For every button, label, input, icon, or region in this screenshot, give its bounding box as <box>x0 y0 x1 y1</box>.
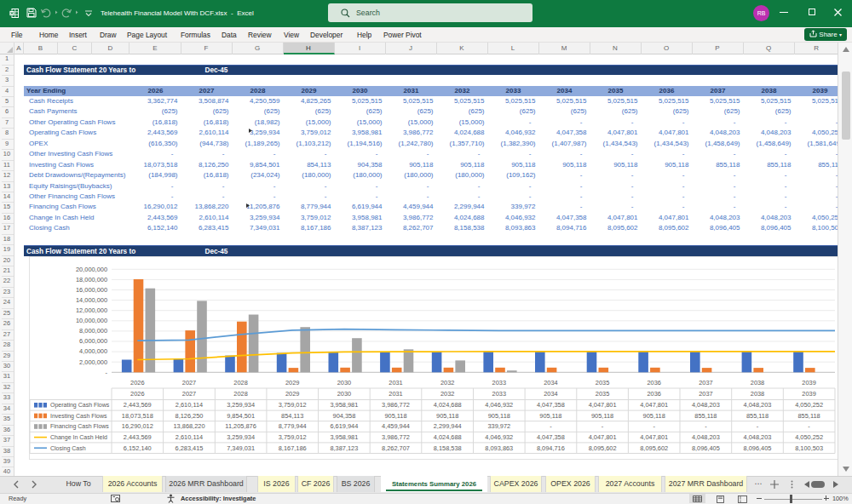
svg-text:2029: 2029 <box>285 379 299 387</box>
svg-text:905,118: 905,118 <box>384 412 406 420</box>
svg-text:18,073,518: 18,073,518 <box>122 412 153 420</box>
svg-text:7,349,031: 7,349,031 <box>227 444 255 452</box>
svg-text:8,093,863: 8,093,863 <box>485 444 513 452</box>
svg-text:Financing Cash Flows: Financing Cash Flows <box>50 423 109 430</box>
svg-text:3,958,981: 3,958,981 <box>330 433 358 441</box>
svg-text:8,096,405: 8,096,405 <box>744 444 772 452</box>
svg-text:2032: 2032 <box>440 379 454 387</box>
svg-text:13,868,220: 13,868,220 <box>174 422 205 430</box>
svg-text:8,262,707: 8,262,707 <box>382 444 410 452</box>
svg-text:8,126,250: 8,126,250 <box>176 412 204 420</box>
svg-text:4,050,252: 4,050,252 <box>795 401 823 409</box>
svg-text:4,024,688: 4,024,688 <box>434 401 462 409</box>
svg-text:Investing Cash Flows: Investing Cash Flows <box>50 413 107 420</box>
svg-text:4,046,932: 4,046,932 <box>485 401 513 409</box>
svg-text:16,000,000: 16,000,000 <box>76 286 107 294</box>
svg-text:2026: 2026 <box>130 379 144 387</box>
svg-text:3,759,012: 3,759,012 <box>279 401 307 409</box>
svg-text:8,095,602: 8,095,602 <box>589 444 617 452</box>
svg-text:905,118: 905,118 <box>488 412 510 420</box>
svg-text:8,100,503: 8,100,503 <box>795 444 823 452</box>
svg-text:8,779,944: 8,779,944 <box>279 422 307 430</box>
svg-text:9,854,501: 9,854,501 <box>227 412 255 420</box>
svg-text:2037: 2037 <box>699 379 712 387</box>
svg-text:8,387,123: 8,387,123 <box>330 444 358 452</box>
svg-text:4,047,801: 4,047,801 <box>589 433 617 441</box>
svg-text:8,000,000: 8,000,000 <box>79 327 107 335</box>
svg-text:2,443,569: 2,443,569 <box>124 401 152 409</box>
svg-text:12,000,000: 12,000,000 <box>76 306 107 314</box>
svg-text:18,000,000: 18,000,000 <box>76 276 107 284</box>
svg-text:4,000,000: 4,000,000 <box>79 347 107 355</box>
svg-text:4,048,203: 4,048,203 <box>692 433 720 441</box>
svg-text:2028: 2028 <box>233 390 247 398</box>
svg-text:2027: 2027 <box>182 390 196 398</box>
svg-text:2036: 2036 <box>647 390 660 398</box>
svg-text:8,095,602: 8,095,602 <box>640 444 668 452</box>
svg-text:4,048,203: 4,048,203 <box>744 401 772 409</box>
svg-text:3,259,934: 3,259,934 <box>227 401 255 409</box>
svg-text:905,118: 905,118 <box>539 412 561 420</box>
svg-text:3,986,772: 3,986,772 <box>382 433 410 441</box>
svg-text:2,443,569: 2,443,569 <box>124 433 152 441</box>
svg-text:855,118: 855,118 <box>694 412 717 420</box>
svg-text:4,047,801: 4,047,801 <box>640 401 668 409</box>
svg-text:4,046,932: 4,046,932 <box>485 433 513 441</box>
svg-text:10,000,000: 10,000,000 <box>76 317 107 324</box>
svg-text:904,358: 904,358 <box>333 412 356 420</box>
svg-text:4,048,203: 4,048,203 <box>692 401 720 409</box>
svg-text:2030: 2030 <box>337 390 351 398</box>
svg-text:2034: 2034 <box>544 379 557 387</box>
svg-text:2,610,114: 2,610,114 <box>176 401 203 409</box>
svg-text:4,459,944: 4,459,944 <box>382 422 410 430</box>
svg-text:2,000,000: 2,000,000 <box>79 358 107 366</box>
svg-text:4,048,203: 4,048,203 <box>744 433 772 441</box>
svg-text:2031: 2031 <box>389 379 402 387</box>
svg-text:2031: 2031 <box>389 390 402 398</box>
svg-text:2026: 2026 <box>130 390 144 398</box>
svg-text:4,047,801: 4,047,801 <box>589 401 617 409</box>
svg-text:3,986,772: 3,986,772 <box>382 401 410 409</box>
svg-text:339,972: 339,972 <box>487 422 510 430</box>
svg-text:2035: 2035 <box>596 379 609 387</box>
svg-text:Operating Cash Flows: Operating Cash Flows <box>50 402 110 409</box>
svg-text:3,958,981: 3,958,981 <box>330 401 358 409</box>
svg-text:4,050,252: 4,050,252 <box>795 433 823 441</box>
svg-text:4,047,801: 4,047,801 <box>640 433 668 441</box>
svg-text:8,167,186: 8,167,186 <box>279 444 307 452</box>
svg-text:4,047,358: 4,047,358 <box>537 401 565 409</box>
svg-text:20,000,000: 20,000,000 <box>76 266 107 273</box>
svg-text:4,024,688: 4,024,688 <box>434 433 462 441</box>
svg-text:2038: 2038 <box>751 379 764 387</box>
svg-text:6,619,944: 6,619,944 <box>330 422 358 430</box>
svg-text:2029: 2029 <box>285 390 299 398</box>
svg-text:2039: 2039 <box>802 379 815 387</box>
svg-text:855,118: 855,118 <box>798 412 820 420</box>
svg-text:6,000,000: 6,000,000 <box>79 337 107 345</box>
svg-text:3,259,934: 3,259,934 <box>227 433 255 441</box>
svg-text:4,047,358: 4,047,358 <box>537 433 565 441</box>
svg-text:2032: 2032 <box>440 390 454 398</box>
svg-text:2033: 2033 <box>492 379 506 387</box>
svg-text:2033: 2033 <box>492 390 506 398</box>
svg-text:905,118: 905,118 <box>436 412 458 420</box>
svg-text:2037: 2037 <box>699 390 712 398</box>
svg-text:2027: 2027 <box>182 379 196 387</box>
svg-text:2,610,114: 2,610,114 <box>176 433 203 441</box>
svg-text:6,152,140: 6,152,140 <box>124 444 152 452</box>
svg-text:2038: 2038 <box>751 390 764 398</box>
svg-text:2035: 2035 <box>596 390 609 398</box>
svg-text:2036: 2036 <box>647 379 660 387</box>
svg-text:905,118: 905,118 <box>643 412 665 420</box>
svg-text:16,290,012: 16,290,012 <box>122 422 153 430</box>
svg-text:3,759,012: 3,759,012 <box>279 433 307 441</box>
svg-text:2,299,944: 2,299,944 <box>434 422 462 430</box>
svg-text:8,096,405: 8,096,405 <box>692 444 720 452</box>
svg-text:8,158,538: 8,158,538 <box>434 444 462 452</box>
svg-text:8,094,716: 8,094,716 <box>537 444 565 452</box>
svg-text:Change In Cash Held: Change In Cash Held <box>50 434 107 441</box>
svg-text:11,205,876: 11,205,876 <box>225 422 256 430</box>
svg-text:2028: 2028 <box>233 379 247 387</box>
svg-text:855,118: 855,118 <box>746 412 769 420</box>
svg-text:Closing Cash: Closing Cash <box>50 445 86 452</box>
